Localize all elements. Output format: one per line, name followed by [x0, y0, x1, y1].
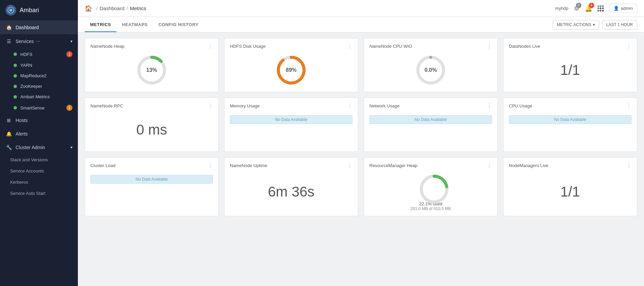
cluster-admin-chevron-icon[interactable]: ▾	[70, 145, 72, 150]
user-menu-button[interactable]: 👤 admin	[609, 4, 637, 13]
metric-card-nodemanagers-live: NodeManagers Live ⋮ 1/1	[503, 157, 637, 216]
last-hour-button[interactable]: LAST 1 HOUR	[602, 20, 637, 29]
no-data-bar-memory-usage: No Data Available	[230, 115, 352, 124]
metric-title-network-usage: Network Usage	[369, 103, 400, 108]
sidebar-label-service-accounts: Service Accounts	[10, 168, 44, 173]
sidebar-item-ambari-metrics[interactable]: Ambari Metrics	[0, 91, 78, 102]
hdfs-badge: 2	[66, 51, 72, 57]
metric-actions-button[interactable]: METRIC ACTIONS ▾	[553, 20, 599, 29]
sidebar-label-hdfs: HDFS	[20, 52, 32, 57]
metric-card-network-usage: Network Usage ⋮ No Data Available	[364, 98, 498, 152]
metric-body-namenode-cpu-wio: 0.0%	[369, 53, 492, 87]
services-icon: ☰	[5, 39, 12, 44]
tab-heatmaps[interactable]: HEATMAPS	[116, 17, 153, 32]
metric-body-network-usage: No Data Available	[369, 113, 492, 147]
metric-menu-icon-namenode-rpc[interactable]: ⋮	[208, 103, 213, 109]
metric-menu-icon-resourcemanager-heap[interactable]: ⋮	[487, 162, 492, 169]
services-chevron-icon[interactable]: ▾	[70, 39, 72, 44]
metric-menu-icon-network-usage[interactable]: ⋮	[487, 103, 492, 109]
metric-card-header: DataNodes Live ⋮	[509, 43, 631, 49]
sidebar: Ambari 🏠 Dashboard ☰ Services ··· ▾ HDFS…	[0, 0, 78, 286]
sidebar-item-stack-versions[interactable]: Stack and Versions	[0, 154, 78, 165]
app-logo[interactable]: Ambari	[0, 0, 78, 21]
metric-card-header: NameNode CPU WIO ⋮	[369, 43, 492, 49]
tab-config-history[interactable]: CONFIG HISTORY	[153, 17, 204, 32]
big-number-nodemanagers-live: 1/1	[560, 184, 580, 200]
metric-menu-icon-hdfs-disk-usage[interactable]: ⋮	[347, 43, 352, 49]
metric-card-datanodes-live: DataNodes Live ⋮ 1/1	[503, 38, 637, 92]
sidebar-item-zookeeper[interactable]: ZooKeeper	[0, 81, 78, 91]
metric-card-namenode-cpu-wio: NameNode CPU WIO ⋮ 0.0%	[364, 38, 498, 92]
sidebar-label-alerts: Alerts	[16, 131, 28, 137]
metric-menu-icon-cpu-usage[interactable]: ⋮	[626, 103, 631, 109]
metric-card-cpu-usage: CPU Usage ⋮ No Data Available	[503, 98, 637, 152]
sidebar-item-service-auto-start[interactable]: Service Auto Start	[0, 188, 78, 199]
metric-body-nodemanagers-live: 1/1	[509, 172, 631, 211]
metric-body-hdfs-disk-usage: 89%	[230, 53, 352, 87]
metric-title-nodemanagers-live: NodeManagers Live	[509, 163, 548, 168]
metric-menu-icon-cluster-load[interactable]: ⋮	[208, 162, 213, 169]
sidebar-label-kerberos: Kerberos	[10, 180, 28, 185]
metric-card-resourcemanager-heap: ResourceManager Heap ⋮ 22.1% used 201.0 …	[364, 157, 498, 216]
metric-card-header: Cluster Load ⋮	[90, 162, 213, 169]
ambari-metrics-status-dot	[14, 95, 17, 99]
sidebar-item-smartsense[interactable]: SmartSense 1	[0, 102, 78, 114]
no-data-bar-cluster-load: No Data Available	[90, 175, 213, 184]
user-icon: 👤	[614, 6, 619, 11]
sidebar-label-yarn: YARN	[20, 63, 32, 68]
metric-menu-icon-namenode-heap[interactable]: ⋮	[208, 43, 213, 49]
sidebar-item-kerberos[interactable]: Kerberos	[0, 177, 78, 188]
metric-title-cpu-usage: CPU Usage	[509, 103, 532, 108]
sidebar-item-service-accounts[interactable]: Service Accounts	[0, 165, 78, 177]
sidebar-label-services: Services	[16, 39, 34, 44]
sidebar-item-dashboard[interactable]: 🏠 Dashboard	[0, 21, 78, 34]
cluster-admin-icon: 🔧	[5, 145, 12, 150]
logo-icon	[5, 5, 16, 16]
donut-label-namenode-cpu-wio: 0.0%	[425, 67, 437, 73]
metric-menu-icon-datanodes-live[interactable]: ⋮	[626, 43, 631, 49]
tab-metrics[interactable]: METRICS	[85, 17, 116, 32]
metric-menu-icon-memory-usage[interactable]: ⋮	[347, 103, 352, 109]
big-number-datanodes-live: 1/1	[560, 62, 580, 78]
smartsense-badge: 1	[66, 105, 72, 111]
bell-icon[interactable]: 🔔 4	[585, 5, 592, 12]
sidebar-item-cluster-admin[interactable]: 🔧 Cluster Admin ▾	[0, 141, 78, 154]
metric-actions-chevron-icon: ▾	[593, 22, 595, 27]
donut-chart-hdfs-disk-usage: 89%	[274, 53, 308, 87]
header: 🏠 / Dashboard / Metrics myhdp ⚙ 0 🔔 4 👤	[78, 0, 644, 17]
metric-card-header: Network Usage ⋮	[369, 103, 492, 109]
svg-point-1	[9, 9, 12, 12]
metric-body-namenode-uptime: 6m 36s	[230, 172, 352, 211]
donut-chart-namenode-heap: 13%	[135, 53, 169, 87]
sidebar-label-cluster-admin: Cluster Admin	[16, 145, 45, 150]
hosts-icon: ⊞	[5, 118, 12, 123]
sidebar-label-dashboard: Dashboard	[16, 25, 39, 30]
metric-body-namenode-rpc: 0 ms	[90, 113, 213, 147]
no-data-bar-network-usage: No Data Available	[369, 115, 492, 124]
sidebar-item-services[interactable]: ☰ Services ··· ▾	[0, 34, 78, 48]
metric-actions-label: METRIC ACTIONS	[557, 22, 592, 27]
sidebar-item-hosts[interactable]: ⊞ Hosts	[0, 114, 78, 127]
sidebar-item-alerts[interactable]: 🔔 Alerts	[0, 127, 78, 141]
big-number-namenode-uptime: 6m 36s	[268, 184, 315, 200]
breadcrumb-home-icon[interactable]: 🏠	[85, 5, 92, 12]
sidebar-label-mapreduce2: MapReduce2	[20, 73, 46, 78]
sidebar-label-hosts: Hosts	[16, 118, 28, 123]
header-right: myhdp ⚙ 0 🔔 4 👤 admin	[555, 4, 637, 13]
metric-menu-icon-nodemanagers-live[interactable]: ⋮	[626, 162, 631, 169]
metric-card-header: NameNode Heap ⋮	[90, 43, 213, 49]
metric-menu-icon-namenode-cpu-wio[interactable]: ⋮	[487, 43, 492, 49]
metric-menu-icon-namenode-uptime[interactable]: ⋮	[347, 162, 352, 169]
metric-card-header: NameNode Uptime ⋮	[230, 162, 352, 169]
header-username: myhdp	[555, 6, 568, 11]
gear-badge: 0	[576, 3, 581, 8]
apps-grid-icon[interactable]	[598, 5, 604, 12]
gear-icon[interactable]: ⚙ 0	[574, 5, 579, 12]
sidebar-item-yarn[interactable]: YARN	[0, 60, 78, 70]
donut-chart-namenode-cpu-wio: 0.0%	[414, 53, 448, 87]
services-more-icon[interactable]: ···	[36, 38, 40, 44]
sidebar-item-mapreduce2[interactable]: MapReduce2	[0, 70, 78, 81]
metric-body-namenode-heap: 13%	[90, 53, 213, 87]
breadcrumb-dashboard[interactable]: Dashboard	[100, 5, 124, 11]
sidebar-item-hdfs[interactable]: HDFS 2	[0, 48, 78, 60]
